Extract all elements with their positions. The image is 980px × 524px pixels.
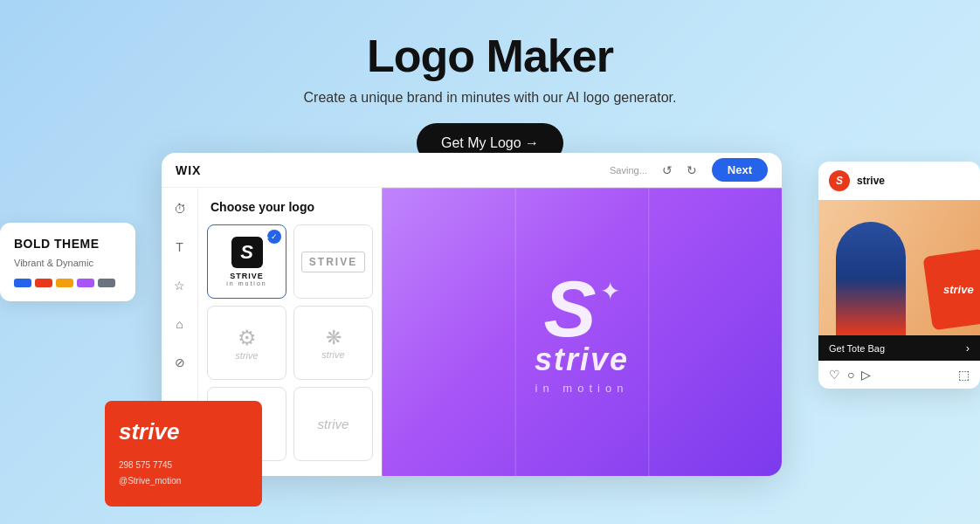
- s-letter: S: [240, 241, 253, 264]
- canvas-brand-name: strive: [535, 341, 629, 378]
- canvas-star-icon: ✦: [600, 277, 620, 306]
- ig-cta-text: Get Tote Bag: [829, 343, 885, 354]
- ig-logo-circle: S: [829, 170, 850, 191]
- bold-theme-title: BOLD THEME: [14, 237, 121, 251]
- ig-heart-icon[interactable]: ♡: [829, 368, 840, 382]
- canvas-area: S ✦ strive in motion: [382, 188, 782, 476]
- logo-option-1[interactable]: ✓ S ✦ STRIVE in motion: [207, 224, 286, 299]
- brand-text-dots: strive: [321, 349, 344, 360]
- ig-cta-bar[interactable]: Get Tote Bag ›: [818, 335, 980, 361]
- sidebar-icon-star[interactable]: ☆: [168, 273, 192, 298]
- brand-text-outline: STRIVE: [301, 252, 365, 272]
- next-button[interactable]: Next: [712, 158, 768, 182]
- bold-theme-card: BOLD THEME Vibrant & Dynamic: [0, 223, 135, 301]
- ig-header: S strive: [818, 162, 980, 200]
- sidebar-icon-shape[interactable]: ⌂: [168, 312, 192, 336]
- redo-button[interactable]: ↻: [682, 161, 701, 180]
- brand-sub-bold: in motion: [226, 280, 266, 286]
- ig-bag-logo: strive: [943, 283, 974, 296]
- ig-tote-bag: strive: [922, 249, 980, 331]
- editor-brand: WIX: [176, 163, 201, 177]
- business-info: 298 575 7745 @Strive_motion: [119, 458, 248, 489]
- business-logo: strive: [119, 418, 248, 445]
- swatch-red: [35, 279, 52, 287]
- business-card: strive 298 575 7745 @Strive_motion: [105, 401, 262, 507]
- editor-topbar: WIX Saving... ↺ ↻ Next: [162, 153, 782, 188]
- brand-text-gear: strive: [235, 350, 258, 361]
- star-badge: ✦: [261, 233, 268, 243]
- canvas-logo: S ✦ strive in motion: [535, 270, 629, 395]
- undo-button[interactable]: ↺: [658, 161, 677, 180]
- brand-text-cursive: strive: [318, 417, 349, 431]
- canvas-brand-sub: in motion: [535, 382, 629, 395]
- swatch-amber: [56, 279, 73, 287]
- bold-theme-subtitle: Vibrant & Dynamic: [14, 258, 121, 268]
- page-title: Logo Maker: [0, 31, 980, 81]
- canvas-s-group: S ✦: [543, 270, 619, 348]
- page-subtitle: Create a unique brand in minutes with ou…: [0, 90, 980, 106]
- swatch-purple: [77, 279, 94, 287]
- ig-bookmark-icon[interactable]: ⬚: [958, 368, 970, 382]
- dots-icon: ❋: [326, 327, 342, 349]
- logo-option-2[interactable]: STRIVE: [293, 224, 373, 299]
- saving-status: Saving...: [610, 165, 647, 176]
- ig-cta-arrow-icon: ›: [966, 341, 970, 355]
- ig-share-icon[interactable]: ▷: [861, 368, 871, 382]
- page-header: Logo Maker Create a unique brand in minu…: [0, 0, 980, 163]
- business-handle: @Strive_motion: [119, 473, 248, 489]
- logo-option-6[interactable]: strive: [293, 387, 373, 461]
- logo-option-3[interactable]: ⚙ strive: [207, 306, 286, 380]
- swatch-blue: [14, 279, 31, 287]
- ig-person-figure: [836, 222, 906, 335]
- business-phone: 298 575 7745: [119, 458, 248, 473]
- sidebar-icon-layer[interactable]: ⊘: [168, 350, 192, 375]
- sidebar-icon-text[interactable]: T: [168, 235, 192, 259]
- ig-comment-icon[interactable]: ○: [847, 368, 854, 382]
- logo-option-4[interactable]: ❋ strive: [293, 306, 373, 380]
- sidebar-icon-clock[interactable]: ⏱: [168, 196, 192, 221]
- instagram-card: S strive strive Get Tote Bag › ♡ ○ ▷ ⬚: [818, 162, 980, 389]
- swatch-gray: [98, 279, 115, 287]
- gear-icon: ⚙: [238, 326, 257, 350]
- undo-redo-group: ↺ ↻: [658, 161, 701, 180]
- ig-username: strive: [857, 175, 885, 187]
- selected-check: ✓: [267, 230, 281, 244]
- color-swatches: [14, 279, 121, 287]
- chooser-title: Choose your logo: [207, 200, 373, 214]
- content-area: BOLD THEME Vibrant & Dynamic strive 298 …: [0, 153, 980, 524]
- canvas-s-letter: S: [543, 270, 596, 348]
- ig-image: strive: [818, 200, 980, 335]
- ig-actions: ♡ ○ ▷ ⬚: [818, 361, 980, 389]
- logo-s-bold: S ✦: [231, 237, 263, 268]
- brand-text-bold: STRIVE: [230, 272, 264, 280]
